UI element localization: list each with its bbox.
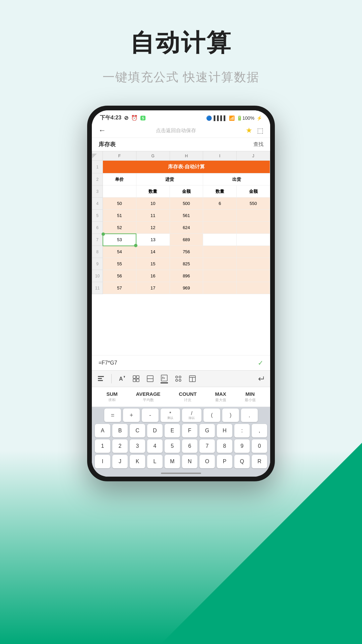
sheet-title-bar: 库存表 查找 [92, 138, 270, 151]
key-e[interactable]: E [165, 424, 180, 437]
toolbar-table-icon[interactable] [189, 375, 196, 382]
row-num-3: 3 [92, 185, 103, 198]
key-4[interactable]: 4 [147, 439, 163, 453]
toolbar-text-icon[interactable]: A [118, 375, 126, 382]
svg-rect-5 [136, 376, 139, 378]
svg-point-13 [179, 376, 181, 378]
key-2[interactable]: 2 [112, 439, 128, 453]
svg-text:f×: f× [162, 376, 165, 380]
cell-3-f [103, 185, 136, 198]
key-l[interactable]: L [147, 455, 163, 468]
key-d[interactable]: D [147, 424, 163, 437]
table-row-6: 6 52 12 624 [92, 222, 270, 234]
formula-confirm[interactable]: ✓ [258, 359, 263, 367]
formula-bar: =F7*G7 ✓ [92, 355, 270, 370]
spreadsheet: F G H I J 1 库存表-自动计算 [92, 151, 270, 355]
star-button[interactable]: ★ [246, 126, 252, 135]
svg-rect-4 [133, 376, 136, 378]
nav-actions: ★ ⬚ [246, 126, 263, 135]
table-row-title: 1 库存表-自动计算 [92, 161, 270, 173]
key-9[interactable]: 9 [234, 439, 250, 453]
key-plus[interactable]: + [123, 409, 140, 422]
page-title: 自动计算 [0, 27, 362, 59]
svg-rect-1 [98, 378, 102, 379]
key-i[interactable]: I [95, 455, 110, 468]
toolbar-apps-icon[interactable] [175, 375, 182, 382]
toolbar-format-icon[interactable] [97, 375, 105, 382]
key-5[interactable]: 5 [165, 439, 180, 453]
keyboard-nums-row: 1 2 3 4 5 6 7 8 9 0 [92, 438, 270, 454]
cell-2-gh: 进货 [136, 173, 203, 185]
key-j[interactable]: J [112, 455, 128, 468]
key-8[interactable]: 8 [217, 439, 232, 453]
keyboard: = + - * 乘以 / 除以 ( ) . [92, 407, 270, 477]
export-button[interactable]: ⬚ [257, 126, 263, 135]
toolbar-row-icon[interactable] [146, 375, 154, 382]
col-header-h: H [170, 151, 203, 161]
key-m[interactable]: M [165, 455, 180, 468]
toolbar-divider-1 [111, 374, 112, 383]
phone-screen: 下午4:23 ⊘ ⏰ S 🔵 ▌▌▌▌ 📶 🔋100% ⚡ ← 点击返回自动保存 [92, 110, 270, 477]
key-f[interactable]: F [182, 424, 197, 437]
key-1[interactable]: 1 [95, 439, 110, 453]
cell-2-f: 单价 [103, 173, 136, 185]
back-button[interactable]: ← [99, 126, 106, 135]
func-min[interactable]: MIN 最小值 [245, 391, 256, 402]
key-lparen[interactable]: ( [203, 409, 220, 422]
key-3[interactable]: 3 [130, 439, 145, 453]
keyboard-letters-row3: I J K L M N O P Q R [92, 454, 270, 470]
toolbar: A [92, 370, 270, 387]
func-max[interactable]: MAX 最大值 [215, 391, 226, 402]
selected-cell-f7[interactable]: 53 [103, 234, 136, 246]
status-icons: 🔵 ▌▌▌▌ 📶 🔋100% ⚡ [206, 115, 262, 121]
toolbar-enter-icon[interactable] [257, 375, 265, 382]
key-6[interactable]: 6 [182, 439, 197, 453]
key-comma[interactable]: , [252, 424, 267, 437]
formula-text[interactable]: =F7*G7 [99, 360, 117, 366]
key-r[interactable]: R [252, 455, 267, 468]
key-0[interactable]: 0 [252, 439, 267, 453]
page-subtitle: 一键填充公式 快速计算数据 [0, 69, 362, 86]
func-average[interactable]: AVERAGE 平均数 [136, 391, 161, 402]
key-divide[interactable]: / 除以 [182, 409, 201, 422]
key-a[interactable]: A [95, 424, 110, 437]
key-equals[interactable]: = [104, 409, 121, 422]
col-header-i: I [203, 151, 237, 161]
table-row-7: 7 53 13 689 [92, 234, 270, 246]
svg-rect-7 [136, 379, 139, 382]
keyboard-ops-row: = + - * 乘以 / 除以 ( ) . [92, 407, 270, 423]
key-n[interactable]: N [182, 455, 197, 468]
svg-point-14 [176, 379, 178, 381]
key-7[interactable]: 7 [199, 439, 215, 453]
key-rparen[interactable]: ) [222, 409, 239, 422]
keyboard-letters-row1: A B C D E F G H : , [92, 423, 270, 438]
key-colon[interactable]: : [234, 424, 250, 437]
key-dot[interactable]: . [241, 409, 258, 422]
key-c[interactable]: C [130, 424, 145, 437]
key-minus[interactable]: - [142, 409, 159, 422]
key-multiply[interactable]: * 乘以 [161, 409, 180, 422]
sheet-title-cell: 库存表-自动计算 [103, 161, 270, 173]
key-b[interactable]: B [112, 424, 128, 437]
key-h[interactable]: H [217, 424, 232, 437]
func-sum[interactable]: SUM 求和 [106, 391, 117, 402]
svg-rect-6 [133, 379, 136, 382]
key-g[interactable]: G [199, 424, 215, 437]
row-num-1: 1 [92, 161, 103, 173]
col-header-f: F [103, 151, 136, 161]
sheet-name: 库存表 [99, 141, 116, 148]
toolbar-grid-icon[interactable] [132, 375, 140, 382]
func-count[interactable]: COUNT 计次 [179, 391, 196, 402]
table-row-10: 10 56 16 896 [92, 270, 270, 282]
key-p[interactable]: P [217, 455, 232, 468]
find-button[interactable]: 查找 [253, 141, 263, 148]
function-row: SUM 求和 AVERAGE 平均数 COUNT 计次 MAX 最大值 MIN [92, 387, 270, 407]
phone-mockup: 下午4:23 ⊘ ⏰ S 🔵 ▌▌▌▌ 📶 🔋100% ⚡ ← 点击返回自动保存 [0, 106, 362, 481]
key-q[interactable]: Q [234, 455, 250, 468]
cell-3-g: 数量 [136, 185, 170, 198]
key-o[interactable]: O [199, 455, 215, 468]
phone-frame: 下午4:23 ⊘ ⏰ S 🔵 ▌▌▌▌ 📶 🔋100% ⚡ ← 点击返回自动保存 [87, 106, 275, 481]
toolbar-fx-icon[interactable]: f× [161, 374, 168, 383]
key-k[interactable]: K [130, 455, 145, 468]
cell-3-i: 数量 [203, 185, 237, 198]
